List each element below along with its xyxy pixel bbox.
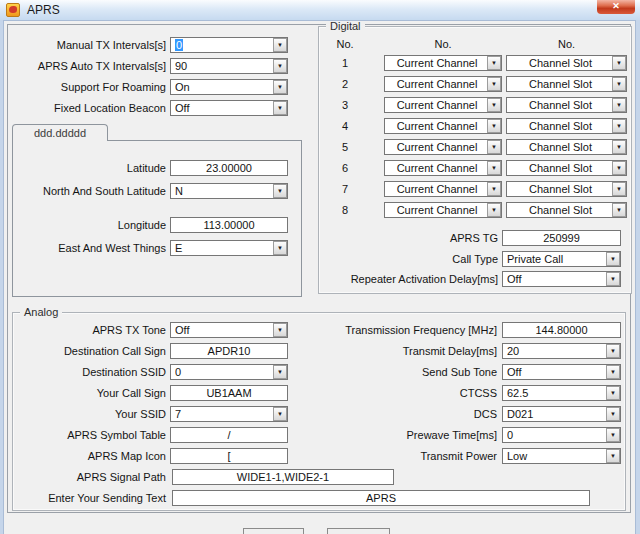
arrow-glyph: ▼ — [277, 84, 283, 90]
chevron-down-icon[interactable]: ▼ — [273, 59, 287, 73]
chevron-down-icon[interactable]: ▼ — [487, 77, 501, 91]
digital-row-number: 5 — [328, 139, 362, 155]
chevron-down-icon[interactable]: ▼ — [487, 119, 501, 133]
chevron-down-icon[interactable]: ▼ — [273, 184, 287, 198]
your-call-sign-input[interactable]: UB1AAM — [170, 385, 288, 401]
arrow-glyph: ▼ — [610, 390, 616, 396]
chevron-down-icon[interactable]: ▼ — [487, 140, 501, 154]
aprs-tg-input[interactable]: 250999 — [502, 230, 621, 246]
bottom-button-1[interactable] — [243, 528, 304, 534]
your-ssid-combo[interactable]: 7 ▼ — [170, 406, 288, 422]
longitude-input[interactable]: 113.00000 — [170, 217, 288, 233]
destination-call-sign-input[interactable]: APDR10 — [170, 343, 288, 359]
arrow-glyph: ▼ — [616, 144, 622, 150]
dcs-combo[interactable]: D021 ▼ — [502, 406, 621, 422]
digital-row-number: 2 — [328, 76, 362, 92]
latitude-input[interactable]: 23.00000 — [170, 160, 288, 176]
field-label: Your Call Sign — [10, 385, 166, 401]
digital-channel-combo[interactable]: Current Channel ▼ — [384, 55, 502, 71]
arrow-glyph: ▼ — [616, 165, 622, 171]
repeater-activation-delay-combo[interactable]: Off ▼ — [502, 271, 621, 287]
chevron-down-icon[interactable]: ▼ — [273, 38, 287, 52]
chevron-down-icon[interactable]: ▼ — [612, 140, 626, 154]
chevron-down-icon[interactable]: ▼ — [273, 365, 287, 379]
digital-slot-combo[interactable]: Channel Slot ▼ — [506, 160, 627, 176]
chevron-down-icon[interactable]: ▼ — [612, 98, 626, 112]
combo-value: Current Channel — [389, 161, 485, 175]
field-label: Repeater Activation Delay[ms] — [330, 271, 498, 287]
digital-slot-combo[interactable]: Channel Slot ▼ — [506, 76, 627, 92]
aprs-tx-tone-combo[interactable]: Off ▼ — [170, 322, 288, 338]
close-button[interactable]: ✕ — [597, 0, 635, 14]
chevron-down-icon[interactable]: ▼ — [273, 241, 287, 255]
aprs-symbol-table-input[interactable]: / — [170, 427, 288, 443]
digital-channel-combo[interactable]: Current Channel ▼ — [384, 160, 502, 176]
chevron-down-icon[interactable]: ▼ — [487, 182, 501, 196]
aprs-map-icon-input[interactable]: [ — [170, 448, 288, 464]
selected-text: 0 — [175, 39, 183, 51]
arrow-glyph: ▼ — [610, 453, 616, 459]
chevron-down-icon[interactable]: ▼ — [612, 182, 626, 196]
chevron-down-icon[interactable]: ▼ — [612, 56, 626, 70]
combo-value: 0 — [175, 38, 271, 52]
field-label: Call Type — [330, 251, 498, 267]
digital-channel-combo[interactable]: Current Channel ▼ — [384, 139, 502, 155]
digital-channel-combo[interactable]: Current Channel ▼ — [384, 97, 502, 113]
ns-latitude-combo[interactable]: N ▼ — [170, 183, 288, 199]
aprs-signal-path-input[interactable]: WIDE1-1,WIDE2-1 — [172, 469, 394, 485]
chevron-down-icon[interactable]: ▼ — [487, 56, 501, 70]
destination-ssid-combo[interactable]: 0 ▼ — [170, 364, 288, 380]
digital-channel-combo[interactable]: Current Channel ▼ — [384, 118, 502, 134]
digital-channel-combo[interactable]: Current Channel ▼ — [384, 202, 502, 218]
chevron-down-icon[interactable]: ▼ — [273, 101, 287, 115]
digital-channel-combo[interactable]: Current Channel ▼ — [384, 181, 502, 197]
digital-slot-combo[interactable]: Channel Slot ▼ — [506, 139, 627, 155]
digital-slot-combo[interactable]: Channel Slot ▼ — [506, 118, 627, 134]
chevron-down-icon[interactable]: ▼ — [612, 161, 626, 175]
sending-text-input[interactable]: APRS — [172, 490, 590, 506]
field-label: APRS Symbol Table — [10, 427, 166, 443]
chevron-down-icon[interactable]: ▼ — [487, 161, 501, 175]
chevron-down-icon[interactable]: ▼ — [612, 119, 626, 133]
chevron-down-icon[interactable]: ▼ — [612, 203, 626, 217]
chevron-down-icon[interactable]: ▼ — [606, 252, 620, 266]
digital-slot-combo[interactable]: Channel Slot ▼ — [506, 181, 627, 197]
call-type-combo[interactable]: Private Call ▼ — [502, 251, 621, 267]
chevron-down-icon[interactable]: ▼ — [487, 203, 501, 217]
chevron-down-icon[interactable]: ▼ — [606, 365, 620, 379]
chevron-down-icon[interactable]: ▼ — [606, 449, 620, 463]
chevron-down-icon[interactable]: ▼ — [606, 344, 620, 358]
field-label: Your SSID — [10, 406, 166, 422]
chevron-down-icon[interactable]: ▼ — [273, 407, 287, 421]
chevron-down-icon[interactable]: ▼ — [606, 386, 620, 400]
arrow-glyph: ▼ — [277, 411, 283, 417]
field-label: Destination SSID — [10, 364, 166, 380]
chevron-down-icon[interactable]: ▼ — [612, 77, 626, 91]
chevron-down-icon[interactable]: ▼ — [273, 80, 287, 94]
arrow-glyph: ▼ — [277, 327, 283, 333]
digital-slot-combo[interactable]: Channel Slot ▼ — [506, 202, 627, 218]
combo-value: Channel Slot — [511, 203, 610, 217]
transmit-delay-combo[interactable]: 20 ▼ — [502, 343, 621, 359]
transmission-frequency-input[interactable]: 144.80000 — [502, 322, 621, 338]
chevron-down-icon[interactable]: ▼ — [606, 272, 620, 286]
bottom-button-2[interactable] — [327, 528, 390, 534]
chevron-down-icon[interactable]: ▼ — [606, 428, 620, 442]
support-for-roaming-combo[interactable]: On ▼ — [170, 79, 288, 95]
ctcss-combo[interactable]: 62.5 ▼ — [502, 385, 621, 401]
aprs-auto-tx-intervals-combo[interactable]: 90 ▼ — [170, 58, 288, 74]
titlebar[interactable]: APRS ✕ — [0, 0, 640, 21]
digital-channel-combo[interactable]: Current Channel ▼ — [384, 76, 502, 92]
tab-ddd-ddddd[interactable]: ddd.ddddd — [12, 124, 108, 141]
digital-slot-combo[interactable]: Channel Slot ▼ — [506, 55, 627, 71]
fixed-location-beacon-combo[interactable]: Off ▼ — [170, 100, 288, 116]
prewave-time-combo[interactable]: 0 ▼ — [502, 427, 621, 443]
chevron-down-icon[interactable]: ▼ — [487, 98, 501, 112]
transmit-power-combo[interactable]: Low ▼ — [502, 448, 621, 464]
manual-tx-intervals-combo[interactable]: 0 ▼ — [170, 37, 288, 53]
ew-longitude-combo[interactable]: E ▼ — [170, 240, 288, 256]
digital-slot-combo[interactable]: Channel Slot ▼ — [506, 97, 627, 113]
chevron-down-icon[interactable]: ▼ — [606, 407, 620, 421]
send-sub-tone-combo[interactable]: Off ▼ — [502, 364, 621, 380]
chevron-down-icon[interactable]: ▼ — [273, 323, 287, 337]
